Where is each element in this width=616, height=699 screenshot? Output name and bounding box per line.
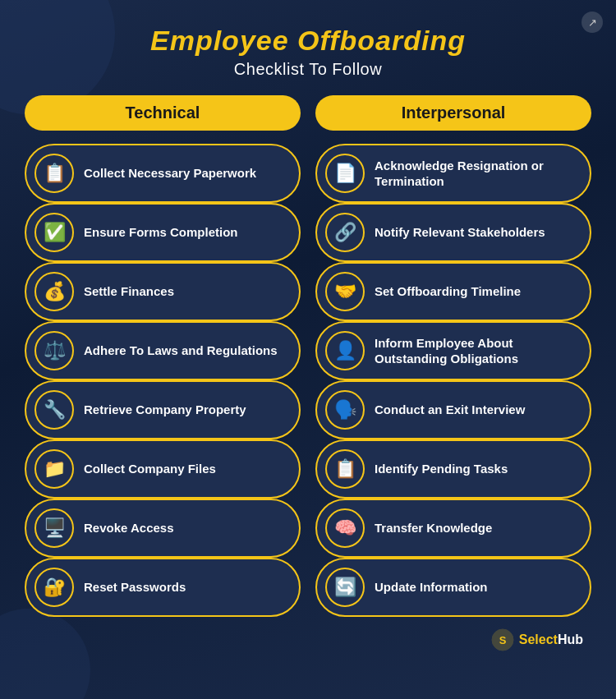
text-pending-tasks: Identify Pending Tasks <box>375 461 508 477</box>
text-set-timeline: Set Offboarding Timeline <box>375 283 521 300</box>
icon-acknowledge-resignation: 📄 <box>325 154 365 193</box>
technical-column: Technical 📋 Collect Necessary Paperwork … <box>25 95 301 617</box>
icon-laws-regulations: ⚖️ <box>34 331 74 370</box>
checklist-item-revoke-access: 🖥️ Revoke Access <box>25 499 301 558</box>
technical-header: Technical <box>25 95 301 131</box>
icon-collect-paperwork: 📋 <box>34 154 74 193</box>
text-notify-stakeholders: Notify Relevant Stakeholders <box>375 224 545 241</box>
technical-items-list: 📋 Collect Necessary Paperwork ✅ Ensure F… <box>25 144 301 617</box>
columns-wrapper: Technical 📋 Collect Necessary Paperwork … <box>25 95 591 617</box>
checklist-item-collect-files: 📁 Collect Company Files <box>25 439 301 499</box>
checklist-item-exit-interview: 🗣️ Conduct an Exit Interview <box>315 380 591 439</box>
text-reset-passwords: Reset Passwords <box>84 579 186 596</box>
icon-collect-files: 📁 <box>34 449 74 489</box>
share-icon[interactable]: ↗ <box>582 11 603 33</box>
checklist-item-acknowledge-resignation: 📄 Acknowledge Resignation or Termination <box>315 144 591 203</box>
icon-retrieve-property: 🔧 <box>34 390 74 430</box>
icon-settle-finances: 💰 <box>34 272 74 311</box>
text-forms-completion: Ensure Forms Completion <box>84 224 238 241</box>
checklist-item-update-info: 🔄 Update Information <box>315 558 591 617</box>
icon-update-info: 🔄 <box>325 568 365 607</box>
footer-logo: S SelectHub <box>491 628 583 651</box>
checklist-item-pending-tasks: 📋 Identify Pending Tasks <box>315 439 591 499</box>
text-inform-employee: Inform Employee About Outstanding Obliga… <box>375 335 577 367</box>
subtitle: Checklist To Follow <box>25 60 591 79</box>
text-settle-finances: Settle Finances <box>84 283 174 300</box>
text-revoke-access: Revoke Access <box>84 520 174 536</box>
interpersonal-items-list: 📄 Acknowledge Resignation or Termination… <box>315 144 591 617</box>
icon-exit-interview: 🗣️ <box>325 390 365 430</box>
checklist-item-reset-passwords: 🔐 Reset Passwords <box>25 558 301 617</box>
icon-notify-stakeholders: 🔗 <box>325 213 365 252</box>
checklist-item-forms-completion: ✅ Ensure Forms Completion <box>25 203 301 262</box>
footer-logo-text: SelectHub <box>519 632 583 647</box>
header: Employee Offboarding Checklist To Follow <box>25 25 591 79</box>
text-acknowledge-resignation: Acknowledge Resignation or Termination <box>375 158 577 190</box>
text-transfer-knowledge: Transfer Knowledge <box>375 520 492 536</box>
checklist-item-collect-paperwork: 📋 Collect Necessary Paperwork <box>25 144 301 203</box>
checklist-item-retrieve-property: 🔧 Retrieve Company Property <box>25 380 301 439</box>
checklist-item-settle-finances: 💰 Settle Finances <box>25 262 301 321</box>
text-update-info: Update Information <box>375 579 488 596</box>
text-collect-files: Collect Company Files <box>84 461 216 477</box>
text-laws-regulations: Adhere To Laws and Regulations <box>84 343 278 359</box>
checklist-item-notify-stakeholders: 🔗 Notify Relevant Stakeholders <box>315 203 591 262</box>
checklist-item-inform-employee: 👤 Inform Employee About Outstanding Obli… <box>315 321 591 380</box>
text-exit-interview: Conduct an Exit Interview <box>375 402 525 418</box>
main-container: Employee Offboarding Checklist To Follow… <box>0 0 616 668</box>
checklist-item-transfer-knowledge: 🧠 Transfer Knowledge <box>315 499 591 558</box>
icon-reset-passwords: 🔐 <box>34 568 74 607</box>
footer-hub-text: Hub <box>558 632 583 646</box>
checklist-item-laws-regulations: ⚖️ Adhere To Laws and Regulations <box>25 321 301 380</box>
icon-inform-employee: 👤 <box>325 331 365 370</box>
icon-revoke-access: 🖥️ <box>34 508 74 548</box>
interpersonal-column: Interpersonal 📄 Acknowledge Resignation … <box>315 95 591 617</box>
footer-select-text: Select <box>519 632 558 646</box>
icon-set-timeline: 🤝 <box>325 272 365 311</box>
icon-transfer-knowledge: 🧠 <box>325 508 365 548</box>
text-collect-paperwork: Collect Necessary Paperwork <box>84 165 256 182</box>
icon-pending-tasks: 📋 <box>325 449 365 489</box>
main-title: Employee Offboarding <box>25 25 591 57</box>
footer: S SelectHub <box>25 628 591 651</box>
selecthub-logo-icon: S <box>491 628 514 651</box>
checklist-item-set-timeline: 🤝 Set Offboarding Timeline <box>315 262 591 321</box>
icon-forms-completion: ✅ <box>34 213 74 252</box>
svg-text:S: S <box>499 634 506 646</box>
text-retrieve-property: Retrieve Company Property <box>84 402 246 418</box>
interpersonal-header: Interpersonal <box>315 95 591 131</box>
